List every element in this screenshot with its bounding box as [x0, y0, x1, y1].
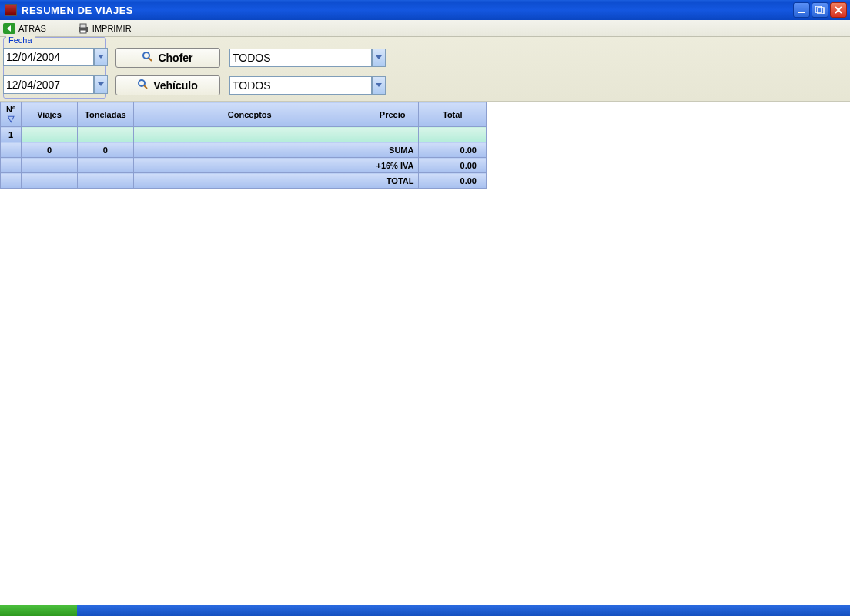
- col-header-viajes[interactable]: Viajes: [22, 102, 78, 127]
- col-header-toneladas[interactable]: Toneladas: [77, 102, 133, 127]
- summary-row-iva: +16% IVA 0.00: [1, 158, 487, 173]
- print-button[interactable]: IMPRIMIR: [77, 23, 132, 34]
- back-button[interactable]: ATRAS: [3, 23, 46, 34]
- back-arrow-icon: [3, 23, 15, 34]
- vehiculo-select[interactable]: [229, 76, 372, 95]
- iva-label: +16% IVA: [366, 158, 419, 173]
- date-from-input[interactable]: [3, 48, 94, 66]
- suma-value: 0.00: [419, 142, 487, 158]
- window-title: RESUMEN DE VIAJES: [22, 5, 793, 16]
- filter-panel: Fecha Chofer Vehícul: [0, 37, 850, 102]
- chevron-down-icon: [376, 83, 382, 88]
- date-to-dropdown[interactable]: [94, 75, 108, 94]
- app-icon: [5, 4, 17, 16]
- date-to-input[interactable]: [3, 75, 94, 94]
- svg-point-8: [139, 80, 145, 86]
- cell-total: [419, 127, 487, 142]
- table-row[interactable]: 1: [1, 127, 487, 142]
- results-table: Nº ▽ Viajes Toneladas Conceptos Precio T…: [0, 102, 487, 189]
- search-icon: [142, 52, 153, 65]
- sort-desc-icon: ▽: [5, 114, 16, 123]
- date-from-dropdown[interactable]: [94, 48, 108, 66]
- col-header-num-label: Nº: [6, 105, 15, 114]
- start-button[interactable]: [0, 605, 77, 616]
- maximize-button[interactable]: [812, 2, 828, 18]
- chofer-button-label: Chofer: [158, 52, 192, 64]
- fecha-legend: Fecha: [6, 35, 35, 45]
- total-label: TOTAL: [366, 173, 419, 189]
- svg-rect-5: [80, 24, 86, 28]
- vehiculo-button-label: Vehículo: [153, 79, 198, 92]
- iva-value: 0.00: [419, 158, 487, 173]
- col-header-conceptos[interactable]: Conceptos: [133, 102, 366, 127]
- col-header-total[interactable]: Total: [419, 102, 487, 127]
- cell-viajes: [22, 127, 78, 142]
- svg-rect-1: [815, 6, 822, 12]
- vehiculo-dropdown[interactable]: [372, 76, 386, 95]
- cell-conceptos: [133, 127, 366, 142]
- window-titlebar: RESUMEN DE VIAJES: [0, 0, 850, 20]
- chofer-select[interactable]: [229, 49, 372, 67]
- minimize-button[interactable]: [793, 2, 810, 18]
- sum-viajes: 0: [22, 142, 78, 158]
- vehiculo-button[interactable]: Vehículo: [115, 75, 220, 95]
- back-label: ATRAS: [18, 24, 46, 33]
- chofer-dropdown[interactable]: [372, 49, 386, 67]
- chofer-button[interactable]: Chofer: [115, 48, 220, 68]
- search-icon: [138, 79, 149, 92]
- sum-toneladas: 0: [77, 142, 133, 158]
- chevron-down-icon: [98, 82, 104, 87]
- svg-point-7: [143, 52, 149, 59]
- cell-toneladas: [77, 127, 133, 142]
- chevron-down-icon: [98, 55, 104, 59]
- printer-icon: [77, 23, 89, 34]
- row-number-cell: 1: [1, 127, 22, 142]
- svg-rect-0: [798, 12, 805, 13]
- close-button[interactable]: [830, 2, 847, 18]
- cell-precio: [366, 127, 419, 142]
- total-value: 0.00: [419, 173, 487, 189]
- summary-row-suma: 0 0 SUMA 0.00: [1, 142, 487, 158]
- svg-rect-2: [818, 8, 824, 14]
- svg-rect-6: [80, 30, 86, 33]
- chevron-down-icon: [376, 55, 382, 60]
- app-toolbar: ATRAS IMPRIMIR: [0, 20, 850, 37]
- summary-row-total: TOTAL 0.00: [1, 173, 487, 189]
- col-header-num[interactable]: Nº ▽: [1, 102, 22, 127]
- suma-label: SUMA: [366, 142, 419, 158]
- os-taskbar[interactable]: [0, 605, 850, 616]
- print-label: IMPRIMIR: [92, 24, 132, 33]
- col-header-precio[interactable]: Precio: [366, 102, 419, 127]
